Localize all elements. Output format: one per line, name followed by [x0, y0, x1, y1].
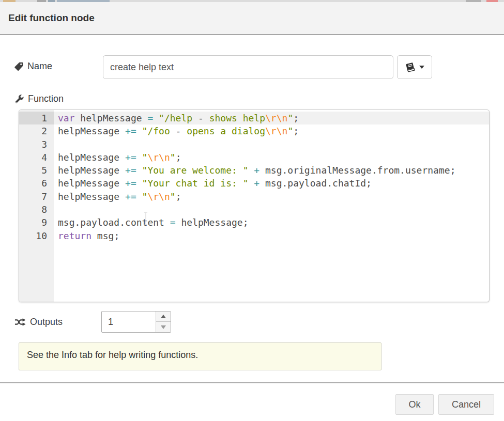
spinner-up-button[interactable]	[156, 311, 171, 322]
line-number: 3	[19, 138, 54, 151]
name-label: Name	[14, 61, 52, 72]
cancel-button[interactable]: Cancel	[438, 394, 494, 415]
line-number: 5	[19, 164, 54, 177]
line-number: 7	[19, 190, 54, 203]
spinner-down-button[interactable]	[156, 322, 171, 332]
code-line: helpMessage += "You are welcome: " + msg…	[54, 164, 489, 177]
code-line: helpMessage += "/foo - opens a dialog\r\…	[54, 124, 489, 137]
arrow-up-icon	[161, 315, 166, 318]
editor-gutter: 12345678910	[19, 110, 54, 302]
code-line: helpMessage += "\r\n";	[54, 190, 489, 203]
code-line: helpMessage += "\r\n";	[54, 151, 489, 164]
code-line: var helpMessage = "/help - shows help\r\…	[54, 112, 489, 124]
code-editor: 12345678910 var helpMessage = "/help - s…	[19, 110, 490, 302]
name-label-text: Name	[27, 61, 52, 72]
library-button[interactable]	[397, 55, 432, 79]
code-line: helpMessage += "Your chat id is: " + msg…	[54, 177, 489, 190]
function-label: Function	[14, 93, 64, 104]
shuffle-icon	[14, 318, 26, 326]
code-line: msg.payload.content = helpMessage;	[54, 216, 489, 229]
line-number: 10	[19, 229, 54, 242]
caret-down-icon	[419, 66, 424, 69]
outputs-label-text: Outputs	[30, 317, 63, 328]
info-tip: See the Info tab for help writing functi…	[19, 342, 381, 370]
dialog-header: Edit function node	[0, 2, 504, 35]
outputs-input[interactable]	[102, 311, 156, 332]
outputs-spinner	[101, 311, 171, 333]
name-input[interactable]	[103, 55, 393, 79]
line-number: 6	[19, 177, 54, 190]
line-number: 1	[19, 112, 54, 124]
info-tip-text: See the Info tab for help writing functi…	[27, 350, 198, 360]
tag-icon	[14, 62, 23, 71]
line-number: 4	[19, 151, 54, 164]
footer-divider	[0, 382, 504, 383]
edit-function-node-dialog: Edit function node Name Function 1234567…	[0, 0, 504, 421]
line-number: 8	[19, 203, 54, 216]
function-label-text: Function	[28, 93, 64, 104]
dialog-title: Edit function node	[8, 12, 95, 24]
arrow-down-icon	[161, 325, 166, 329]
code-line	[54, 203, 489, 216]
line-number: 2	[19, 124, 54, 137]
editor-code-area[interactable]: var helpMessage = "/help - shows help\r\…	[54, 110, 489, 302]
book-icon	[405, 62, 416, 73]
line-number: 9	[19, 216, 54, 229]
outputs-label: Outputs	[14, 317, 63, 328]
ok-button[interactable]: Ok	[395, 394, 434, 415]
spinner-buttons	[156, 311, 171, 332]
code-line	[54, 138, 489, 151]
code-line: return msg;	[54, 229, 489, 242]
wrench-icon	[14, 95, 24, 104]
